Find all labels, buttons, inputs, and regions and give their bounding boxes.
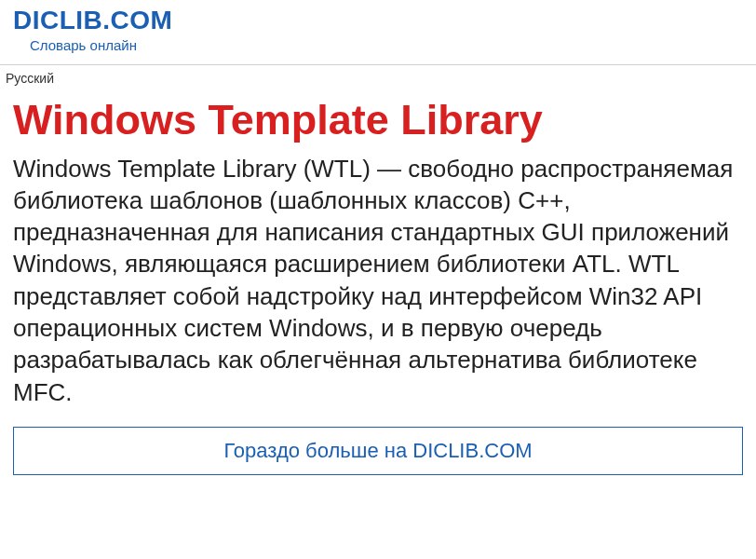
- more-box: Гораздо больше на DICLIB.COM: [13, 427, 743, 475]
- site-header: DICLIB.COM Словарь онлайн: [0, 0, 756, 64]
- article-body: Windows Template Library (WTL) — свободн…: [0, 149, 756, 422]
- more-link[interactable]: Гораздо больше на DICLIB.COM: [223, 439, 532, 462]
- article-title: Windows Template Library: [0, 88, 756, 149]
- site-tagline: Словарь онлайн: [30, 37, 743, 53]
- language-label[interactable]: Русский: [0, 65, 756, 88]
- site-logo[interactable]: DICLIB.COM: [13, 6, 743, 35]
